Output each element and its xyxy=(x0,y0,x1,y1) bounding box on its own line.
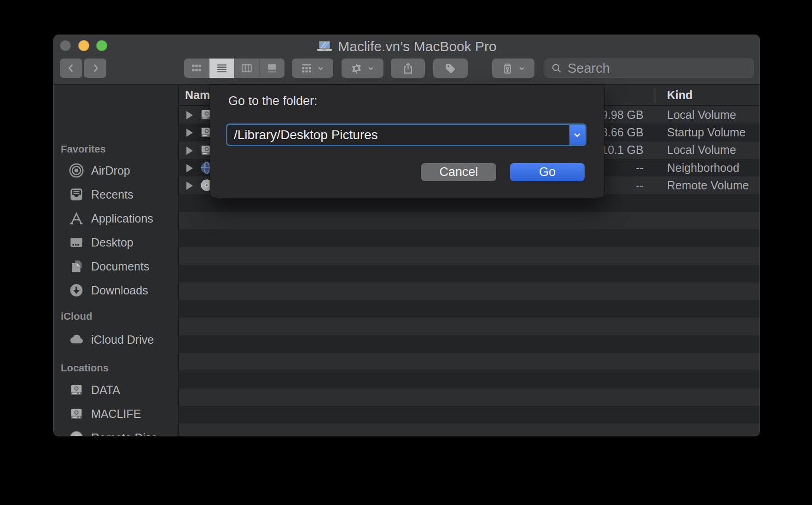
sidebar-section-locations: Locations xyxy=(61,361,109,375)
chevron-down-icon xyxy=(518,65,526,72)
path-dropdown-button[interactable] xyxy=(569,125,585,145)
icon-view-icon xyxy=(191,62,203,74)
kind-cell: Remote Volume xyxy=(667,176,749,194)
column-view-button[interactable] xyxy=(235,59,260,78)
sidebar-item-label: Recents xyxy=(91,188,133,201)
disclosure-triangle-icon[interactable] xyxy=(186,129,193,137)
go-to-folder-dialog: Go to the folder: Cancel Go xyxy=(210,85,604,198)
disc-icon xyxy=(68,429,85,436)
recents-icon xyxy=(68,186,85,203)
sidebar-section-favorites: Favorites xyxy=(61,142,106,156)
sidebar-item-label: Documents xyxy=(91,260,149,273)
window-chrome: Maclife.vn’s MacBook Pro xyxy=(54,35,760,85)
sidebar-item-downloads[interactable]: Downloads xyxy=(54,280,178,300)
sidebar-item-documents[interactable]: Documents xyxy=(54,256,178,276)
gallery-view-button[interactable] xyxy=(260,59,284,78)
internal-drive-icon xyxy=(68,405,85,422)
chevron-down-icon xyxy=(367,65,375,72)
sidebar-item-recents[interactable]: Recents xyxy=(54,184,178,205)
kind-cell: Local Volume xyxy=(667,106,736,123)
group-by-icon xyxy=(301,62,313,74)
internal-drive-icon xyxy=(68,382,85,398)
sidebar-item-airdrop[interactable]: AirDrop xyxy=(54,160,178,181)
search-field[interactable] xyxy=(545,59,754,78)
icon-view-button[interactable] xyxy=(184,59,209,78)
column-view-icon xyxy=(241,62,253,74)
window-title: Maclife.vn’s MacBook Pro xyxy=(338,39,497,54)
tag-button[interactable] xyxy=(433,59,468,78)
disclosure-triangle-icon[interactable] xyxy=(186,111,193,119)
device-dropdown-button[interactable] xyxy=(492,59,534,78)
size-cell: -- xyxy=(636,176,644,194)
sidebar-item-maclife[interactable]: MACLIFE xyxy=(54,404,178,424)
downloads-icon xyxy=(68,282,85,299)
sidebar-item-desktop[interactable]: Desktop xyxy=(54,232,178,252)
go-button[interactable]: Go xyxy=(510,163,585,181)
chevron-down-icon xyxy=(317,65,325,72)
path-input[interactable] xyxy=(228,128,569,142)
external-device-icon xyxy=(501,62,514,75)
tag-icon xyxy=(444,62,457,75)
sidebar-item-label: Applications xyxy=(91,212,153,225)
gallery-view-icon xyxy=(266,62,278,74)
sidebar-item-label: Downloads xyxy=(91,284,148,297)
sidebar-item-label: Desktop xyxy=(91,236,133,249)
group-button[interactable] xyxy=(292,59,333,78)
search-icon xyxy=(551,62,563,74)
disclosure-triangle-icon[interactable] xyxy=(186,164,193,172)
documents-icon xyxy=(68,258,85,275)
sidebar: Favorites AirDrop Recents xyxy=(54,85,179,436)
share-button[interactable] xyxy=(391,59,425,78)
finder-window: Maclife.vn’s MacBook Pro xyxy=(53,35,760,436)
sidebar-item-label: AirDrop xyxy=(91,164,130,177)
view-segmented-control xyxy=(184,59,284,78)
size-cell: 8.66 GB xyxy=(601,123,644,141)
kind-cell: Neighborhood xyxy=(667,159,739,176)
icloud-icon xyxy=(68,331,85,348)
chevron-down-icon xyxy=(573,130,582,140)
sidebar-item-data[interactable]: DATA xyxy=(54,380,178,400)
chevron-left-icon xyxy=(65,62,77,74)
chevron-right-icon xyxy=(89,62,101,74)
sidebar-item-label: DATA xyxy=(91,383,120,397)
applications-icon xyxy=(68,210,85,227)
list-view-button[interactable] xyxy=(209,59,235,78)
sidebar-item-label: Remote Disc xyxy=(91,431,157,437)
airdrop-icon xyxy=(68,162,85,179)
desktop-icon xyxy=(68,234,85,251)
sidebar-item-label: MACLIFE xyxy=(91,407,141,421)
action-button[interactable] xyxy=(342,59,383,78)
sidebar-item-label: iCloud Drive xyxy=(91,333,154,346)
sidebar-item-icloud-drive[interactable]: iCloud Drive xyxy=(54,329,178,350)
kind-cell: Local Volume xyxy=(667,141,736,159)
macbook-icon xyxy=(317,41,332,53)
dialog-label: Go to the folder: xyxy=(228,94,318,108)
path-combobox xyxy=(226,123,586,146)
disclosure-triangle-icon[interactable] xyxy=(186,147,193,155)
sidebar-item-applications[interactable]: Applications xyxy=(54,208,178,229)
share-icon xyxy=(402,62,414,75)
size-cell: -- xyxy=(636,159,644,176)
size-cell: 10.1 GB xyxy=(601,141,644,159)
column-header-kind[interactable]: Kind xyxy=(667,85,693,105)
titlebar: Maclife.vn’s MacBook Pro xyxy=(54,39,760,54)
size-cell: 9.98 GB xyxy=(601,106,644,123)
column-divider[interactable] xyxy=(655,88,655,103)
sidebar-item-remote-disc[interactable]: Remote Disc xyxy=(54,428,178,436)
gear-icon xyxy=(350,62,363,75)
sidebar-section-icloud: iCloud xyxy=(61,310,92,323)
cancel-button[interactable]: Cancel xyxy=(421,163,496,181)
disclosure-triangle-icon[interactable] xyxy=(186,182,193,190)
list-view-icon xyxy=(216,62,228,74)
kind-cell: Startup Volume xyxy=(667,123,746,141)
path-field[interactable] xyxy=(227,125,569,145)
back-button[interactable] xyxy=(60,59,82,78)
forward-button[interactable] xyxy=(84,59,106,78)
search-input[interactable] xyxy=(567,60,748,76)
